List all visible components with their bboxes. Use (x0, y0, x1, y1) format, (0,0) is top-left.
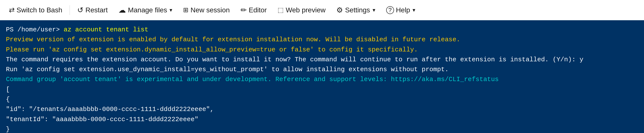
manage-files-button[interactable]: ☁ Manage files ▾ (114, 4, 177, 16)
editor-label: Editor (249, 6, 267, 14)
web-preview-label: Web preview (286, 6, 326, 14)
switch-to-bash-button[interactable]: ⇄ Switch to Bash (4, 4, 66, 16)
editor-button[interactable]: ✏ Editor (236, 4, 271, 16)
restart-label: Restart (85, 6, 108, 14)
terminal-line-3: The command requires the extension accou… (6, 55, 638, 65)
terminal-line-2: Please run 'az config set extension.dyna… (6, 45, 638, 55)
terminal-json-obj-open: { (6, 94, 638, 104)
restart-icon: ↺ (77, 6, 84, 14)
terminal[interactable]: PS /home/user> az account tenant list Pr… (0, 20, 644, 133)
help-chevron-icon: ▾ (412, 7, 415, 13)
terminal-json-bracket-open: [ (6, 85, 638, 94)
prompt-command: az account tenant list (64, 26, 148, 33)
manage-files-icon: ☁ (118, 6, 126, 14)
terminal-json-tenantid: "tenantId": "aaaabbbb-0000-cccc-1111-ddd… (6, 114, 638, 124)
prompt-path: PS /home/user> (6, 26, 64, 33)
terminal-line-1: Preview version of extension is enabled … (6, 35, 638, 45)
switch-bash-icon: ⇄ (9, 6, 14, 14)
settings-icon: ⚙ (336, 6, 343, 14)
terminal-json-obj-close: } (6, 124, 638, 133)
web-preview-icon: ⬚ (278, 6, 284, 14)
toolbar-divider-1 (70, 5, 70, 15)
terminal-line-5: Command group 'account tenant' is experi… (6, 74, 638, 84)
terminal-line-4: Run 'az config set extension.use_dynamic… (6, 65, 638, 74)
toolbar: ⇄ Switch to Bash ↺ Restart ☁ Manage file… (0, 0, 644, 20)
switch-bash-label: Switch to Bash (16, 6, 62, 14)
editor-icon: ✏ (240, 6, 247, 14)
restart-button[interactable]: ↺ Restart (73, 4, 112, 16)
web-preview-button[interactable]: ⬚ Web preview (273, 4, 330, 16)
terminal-prompt-line: PS /home/user> az account tenant list (6, 25, 638, 35)
help-button[interactable]: ? Help ▾ (382, 4, 420, 16)
terminal-json-id: "id": "/tenants/aaaabbbb-0000-cccc-1111-… (6, 104, 638, 114)
new-session-button[interactable]: ⊞ New session (179, 4, 234, 16)
manage-files-chevron-icon: ▾ (170, 7, 172, 13)
settings-label: Settings (345, 6, 370, 14)
settings-chevron-icon: ▾ (372, 7, 375, 13)
help-icon: ? (386, 6, 394, 14)
manage-files-label: Manage files (128, 6, 167, 14)
settings-button[interactable]: ⚙ Settings ▾ (332, 4, 380, 16)
new-session-icon: ⊞ (183, 6, 188, 14)
help-label: Help (396, 6, 410, 14)
new-session-label: New session (190, 6, 230, 14)
